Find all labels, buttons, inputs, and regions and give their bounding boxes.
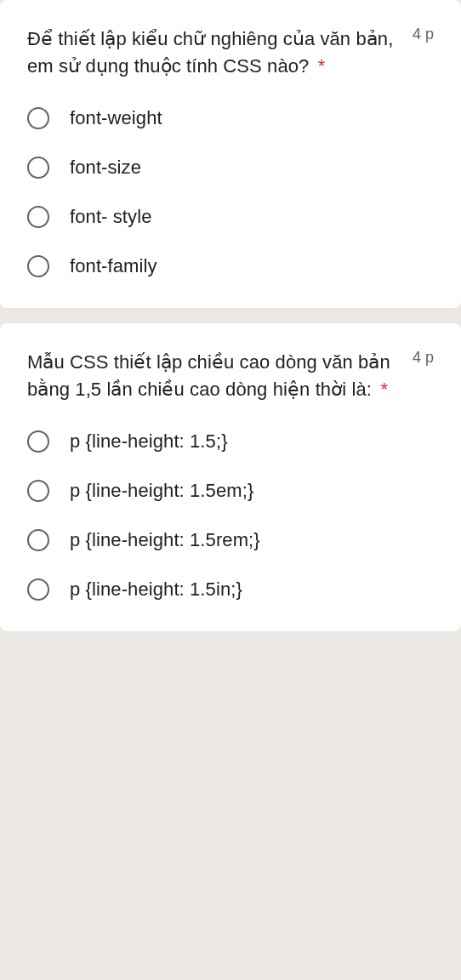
radio-icon[interactable] [27,480,49,502]
question-header: Mẫu CSS thiết lập chiều cao dòng văn bản… [27,349,434,403]
required-asterisk: * [380,379,388,400]
option-label: p {line-height: 1.5;} [70,430,228,453]
option-label: p {line-height: 1.5rem;} [70,529,260,551]
radio-icon[interactable] [27,255,49,277]
option-row[interactable]: font- style [27,206,434,228]
option-label: font- style [70,206,151,228]
option-row[interactable]: font-weight [27,107,434,129]
question-text: Để thiết lập kiểu chữ nghiêng của văn bả… [27,28,393,77]
option-row[interactable]: p {line-height: 1.5rem;} [27,529,434,551]
options-list: font-weight font-size font- style font-f… [27,107,434,277]
question-card: Để thiết lập kiểu chữ nghiêng của văn bả… [0,0,461,308]
option-row[interactable]: p {line-height: 1.5em;} [27,480,434,502]
radio-icon[interactable] [27,578,49,601]
option-label: font-weight [70,107,162,129]
option-row[interactable]: font-family [27,255,434,277]
question-card: Mẫu CSS thiết lập chiều cao dòng văn bản… [0,323,461,631]
option-label: font-size [70,157,141,179]
options-list: p {line-height: 1.5;} p {line-height: 1.… [27,430,434,601]
points-label: 4 p [413,349,434,367]
required-asterisk: * [318,55,326,77]
radio-icon[interactable] [27,206,49,228]
question-header: Để thiết lập kiểu chữ nghiêng của văn bả… [27,26,434,80]
option-row[interactable]: p {line-height: 1.5in;} [27,578,434,601]
radio-icon[interactable] [27,107,49,129]
option-row[interactable]: font-size [27,157,434,179]
option-label: font-family [70,255,157,277]
question-title-block: Mẫu CSS thiết lập chiều cao dòng văn bản… [27,349,399,403]
radio-icon[interactable] [27,157,49,179]
option-row[interactable]: p {line-height: 1.5;} [27,430,434,453]
option-label: p {line-height: 1.5em;} [70,480,253,502]
points-label: 4 p [413,26,434,43]
radio-icon[interactable] [27,430,49,453]
radio-icon[interactable] [27,529,49,551]
question-title-block: Để thiết lập kiểu chữ nghiêng của văn bả… [27,26,399,80]
question-text: Mẫu CSS thiết lập chiều cao dòng văn bản… [27,351,390,400]
option-label: p {line-height: 1.5in;} [70,578,242,601]
